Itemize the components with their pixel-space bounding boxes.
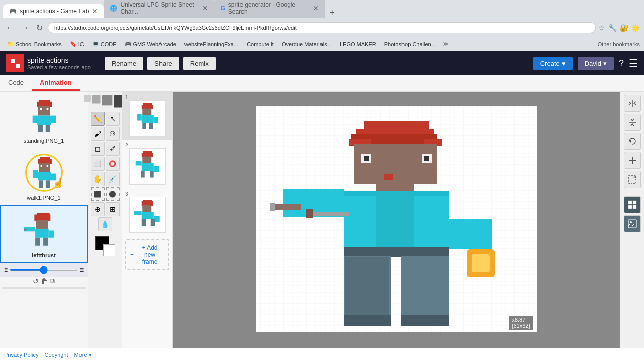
user-button[interactable]: David ▾ — [578, 57, 614, 70]
add-frame-button[interactable]: + + Add new frame — [125, 239, 169, 270]
color-pick-btn[interactable]: 💧 — [98, 217, 112, 231]
privacy-policy-link[interactable]: Privacy Policy — [4, 352, 38, 358]
svg-rect-87 — [628, 201, 632, 204]
loop-button[interactable]: ↺ — [33, 277, 39, 285]
grid-med-btn[interactable] — [92, 95, 101, 104]
svg-rect-66 — [376, 183, 414, 192]
back-button[interactable]: ← — [4, 22, 16, 33]
refresh-button[interactable]: ↻ — [34, 22, 45, 34]
share-button[interactable]: Share — [147, 57, 179, 70]
marq-rect-btn[interactable]: ⬛ — [91, 187, 105, 201]
extension-icon-3[interactable]: 🌟 — [631, 24, 640, 32]
svg-rect-47 — [142, 205, 151, 212]
marq-ellipse-btn[interactable]: ⚫ — [106, 187, 120, 201]
extension-icon-2[interactable]: 🔐 — [620, 24, 628, 32]
sprite-preview-standing — [14, 96, 74, 136]
add-center-btn[interactable] — [624, 152, 641, 169]
bookmark-more-indicator[interactable]: ≫ — [441, 40, 451, 48]
frame-thumb-1 — [129, 100, 166, 136]
tab-close-1[interactable]: ✕ — [92, 7, 98, 15]
flip-vertical-btn[interactable] — [624, 114, 641, 131]
star-icon[interactable]: ☆ — [599, 24, 605, 32]
copy-sprite-button[interactable]: ⧉ — [50, 277, 55, 285]
menu-button[interactable]: ☰ — [629, 57, 638, 69]
svg-rect-13 — [40, 165, 42, 166]
tab-close-2[interactable]: ✕ — [202, 4, 208, 12]
remix-button[interactable]: Remix — [183, 57, 216, 70]
footer-links: Privacy Policy Copyright More ▾ — [4, 352, 92, 358]
forward-button[interactable]: → — [19, 22, 31, 33]
svg-rect-39 — [142, 157, 151, 164]
grid-large-btn[interactable] — [102, 95, 113, 106]
pencil-tool-btn[interactable]: ✏️ — [91, 112, 105, 126]
svg-rect-3 — [40, 108, 42, 110]
bookmark-lego[interactable]: LEGO MAKER — [337, 40, 379, 48]
brush-tool-btn[interactable]: 🖌 — [91, 127, 105, 141]
tool-row-6: ⬛ ⚫ — [91, 187, 120, 201]
extension-icon-1[interactable]: 🔧 — [608, 24, 617, 32]
other-bookmarks[interactable]: Other bookmarks — [598, 41, 640, 47]
browser-tab-3[interactable]: G sprite generator - Google Search ✕ — [214, 0, 325, 18]
animation-speed-slider[interactable] — [10, 269, 78, 271]
svg-rect-22 — [36, 220, 48, 229]
bookmark-compute[interactable]: Compute It — [244, 40, 277, 48]
browser-tab-2[interactable]: 🌐 Universal LPC Sprite Sheet Char... ✕ — [104, 0, 214, 18]
tool-row-5: ✋ 💉 — [91, 172, 120, 186]
svg-rect-80 — [344, 315, 391, 326]
svg-rect-14 — [46, 165, 48, 166]
fill-tool-btn[interactable]: ⊕ — [91, 202, 105, 216]
bookmark-code[interactable]: 💻 CODE — [89, 40, 120, 48]
pattern-tool-btn[interactable]: ⊞ — [106, 202, 120, 216]
browser-tab-active[interactable]: 🎮 sprite actions - Game Lab ✕ — [3, 4, 104, 18]
tab-code[interactable]: Code — [0, 76, 32, 90]
secondary-color-swatch[interactable] — [103, 244, 115, 256]
rename-button[interactable]: Rename — [105, 57, 143, 70]
frame-item-2[interactable]: 2 — [122, 140, 172, 188]
bookmark-gms[interactable]: 🎮 GMS WebArcade — [122, 40, 179, 48]
svg-rect-44 — [150, 171, 154, 178]
sprite-item-standing[interactable]: standing.PNG_1 — [0, 92, 88, 148]
sprite-standing-image — [29, 100, 59, 132]
frame-item-3[interactable]: 3 — [122, 188, 172, 236]
flip-horizontal-btn[interactable] — [624, 95, 641, 112]
view-tab-bar: Code Animation — [0, 75, 644, 92]
rect-tool-btn[interactable]: ⬜ — [91, 157, 105, 171]
frame-item-1[interactable]: 1 — [122, 92, 172, 140]
canvas-wrapper[interactable]: x8.87 [61x62] — [256, 106, 537, 334]
bookmark-school[interactable]: 📁 School Bookmarks — [4, 40, 65, 48]
bookmark-overdue[interactable]: Overdue Materials... — [279, 40, 335, 48]
tab-label-2: Universal LPC Sprite Sheet Char... — [120, 1, 199, 15]
more-link[interactable]: More ▾ — [74, 352, 92, 358]
sprite-item-leftthrust[interactable]: leftthrust — [0, 205, 88, 263]
svg-rect-78 — [401, 256, 449, 316]
resize-canvas-btn[interactable] — [624, 171, 641, 188]
app-title: sprite actions — [27, 56, 91, 64]
create-button[interactable]: Create ▾ — [533, 57, 573, 70]
new-tab-button[interactable]: + — [325, 8, 339, 18]
url-bar[interactable]: https://studio.code.org/projects/gamelab… — [48, 22, 596, 33]
pencil-alt-btn[interactable]: ✐ — [106, 142, 120, 156]
frame-grid-btn[interactable] — [624, 196, 641, 213]
copyright-link[interactable]: Copyright — [44, 352, 68, 358]
delete-sprite-button[interactable]: 🗑 — [41, 277, 48, 285]
lasso-tool-btn[interactable]: ⚇ — [106, 127, 120, 141]
pixel-art-canvas[interactable] — [256, 106, 537, 332]
hand-tool-btn[interactable]: ✋ — [91, 172, 105, 186]
ellipse-tool-btn[interactable]: ⭕ — [106, 157, 120, 171]
help-button[interactable]: ? — [619, 58, 624, 69]
eraser-tool-btn[interactable]: ◻ — [91, 142, 105, 156]
bookmark-ic[interactable]: 🔖 IC — [67, 40, 87, 48]
bookmark-website[interactable]: websitePlanningExa... — [181, 40, 242, 48]
image-import-btn[interactable] — [624, 215, 641, 232]
svg-rect-8 — [38, 125, 43, 132]
tab-animation[interactable]: Animation — [32, 76, 80, 90]
svg-rect-15 — [38, 172, 51, 180]
grid-small-btn[interactable] — [84, 95, 91, 102]
select-arrow-btn[interactable]: ↖ — [106, 112, 120, 126]
rotate-btn[interactable] — [624, 133, 641, 150]
sprite-item-walk1[interactable]: ☝ walk1.PNG_1 — [0, 148, 88, 205]
tab-close-3[interactable]: ✕ — [313, 4, 319, 12]
eyedropper-btn[interactable]: 💉 — [106, 172, 120, 186]
svg-rect-49 — [134, 211, 141, 215]
bookmark-photoshop[interactable]: Photoshop Challen... — [381, 40, 439, 48]
